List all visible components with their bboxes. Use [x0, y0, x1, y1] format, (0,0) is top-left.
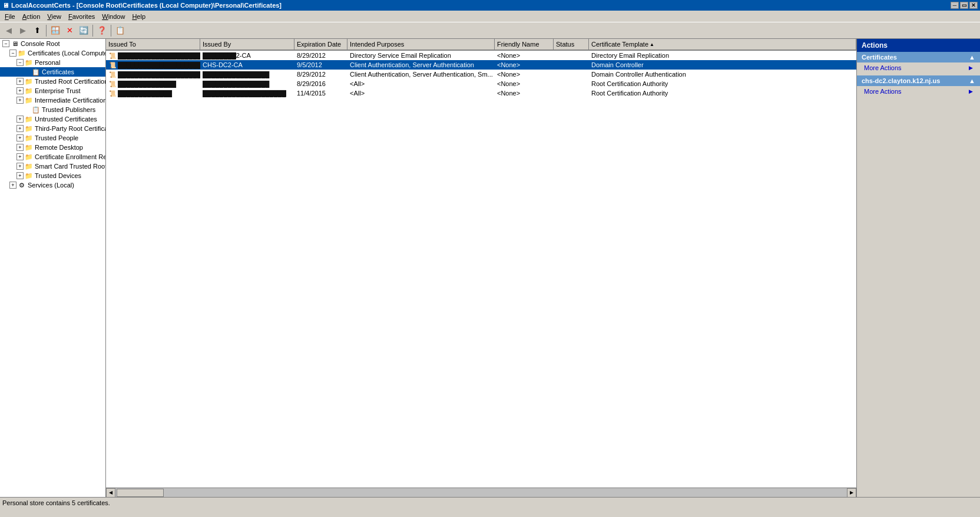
expander-untrusted[interactable]: + — [16, 116, 24, 123]
tree-item-enterprise-trust[interactable]: + 📁 Enterprise Trust — [0, 86, 105, 96]
expander-services[interactable]: + — [9, 182, 16, 189]
action-more-actions-chs[interactable]: More Actions ▶ — [857, 86, 980, 97]
tree-label-trusted-root: Trusted Root Certification A... — [35, 78, 106, 85]
tree-item-untrusted[interactable]: + 📁 Untrusted Certificates — [0, 114, 105, 124]
certificates-icon: 📋 — [31, 67, 41, 77]
app-close-button[interactable]: ✕ — [969, 2, 978, 9]
list-content: 📜 ████████████████████ ████████2-CA 8/29… — [106, 51, 856, 488]
hscroll-right-button[interactable]: ▶ — [847, 488, 856, 498]
tree-label-trusted-people: Trusted People — [35, 134, 78, 141]
actions-panel: Actions Certificates ▲ More Actions ▶ ch… — [856, 39, 980, 497]
expander-intermediate[interactable]: + — [16, 97, 24, 104]
menu-file[interactable]: File — [1, 12, 19, 21]
expander-console-root[interactable]: − — [2, 40, 9, 47]
toolbar: ◀ ▶ ⬆ 🪟 ✕ 🔄 ❓ 📋 — [0, 22, 980, 39]
cell-status-2 — [554, 64, 589, 65]
help-button[interactable]: ❓ — [95, 24, 108, 37]
refresh-button[interactable]: 🔄 — [77, 24, 90, 37]
services-local-icon: ⚙ — [17, 180, 27, 190]
tree-item-certificates[interactable]: 📋 Certificates — [0, 67, 105, 77]
actions-section-certs-label: Certificates — [862, 54, 897, 61]
expander-trusted-devices[interactable]: + — [16, 172, 24, 179]
tree-item-trusted-root[interactable]: + 📁 Trusted Root Certification A... — [0, 77, 105, 86]
hscroll-thumb[interactable] — [117, 489, 164, 497]
tree-item-third-party[interactable]: + 📁 Third-Party Root Certificat... — [0, 124, 105, 133]
tree-item-services-local[interactable]: + ⚙ Services (Local) — [0, 180, 105, 190]
cell-friendly-5: <None> — [495, 89, 554, 97]
action-more-actions-chs-label: More Actions — [864, 88, 902, 95]
expander-third-party[interactable]: + — [16, 125, 24, 132]
tree-item-remote-desktop[interactable]: + 📁 Remote Desktop — [0, 143, 105, 152]
menu-help[interactable]: Help — [128, 12, 149, 21]
console-root-icon: 🖥 — [10, 39, 19, 48]
tree-label-trusted-publishers: Trusted Publishers — [42, 106, 95, 113]
actions-section-certificates[interactable]: Certificates ▲ — [857, 52, 980, 62]
forward-button[interactable]: ▶ — [16, 24, 29, 37]
window-title: LocalAccountCerts - [Console Root\Certif… — [11, 2, 282, 9]
tree-item-trusted-publishers[interactable]: 📋 Trusted Publishers — [0, 105, 105, 114]
col-issued-to-label: Issued To — [108, 41, 136, 48]
table-row[interactable]: 📜 ████████████████████ ████████2-CA 8/29… — [106, 51, 856, 60]
action-more-actions-certs[interactable]: More Actions ▶ — [857, 62, 980, 73]
cell-issued-by-4: ████████████████ — [200, 80, 294, 88]
expander-trusted-people[interactable]: + — [16, 134, 24, 141]
col-header-purposes[interactable]: Intended Purposes — [347, 39, 495, 50]
cell-status-1 — [554, 55, 589, 56]
actions-section-chs-label: chs-dc2.clayton.k12.nj.us — [862, 77, 940, 84]
col-header-cert-template[interactable]: Certificate Template ▲ — [589, 39, 856, 50]
tree-item-trusted-devices[interactable]: + 📁 Trusted Devices — [0, 171, 105, 180]
tree-item-intermediate[interactable]: + 📁 Intermediate Certification A... — [0, 96, 105, 105]
actions-section-chs-dc2[interactable]: chs-dc2.clayton.k12.nj.us ▲ — [857, 75, 980, 86]
properties-button[interactable]: 📋 — [114, 24, 127, 37]
cell-issued-to-3: 📜 ████████████████████ — [106, 70, 200, 79]
tree-item-certs-local[interactable]: − 📁 Certificates (Local Computer) — [0, 48, 105, 58]
table-row[interactable]: 📜 ████████████████████ ████████████████ … — [106, 70, 856, 79]
tree-label-intermediate: Intermediate Certification A... — [35, 97, 106, 104]
col-issued-by-label: Issued By — [203, 41, 231, 48]
tree-item-cert-enrollment[interactable]: + 📁 Certificate Enrollment Requ... — [0, 152, 105, 162]
cell-status-3 — [554, 74, 589, 75]
tree-item-personal[interactable]: − 📁 Personal — [0, 58, 105, 67]
hscroll-track[interactable] — [115, 488, 847, 498]
tree-label-certs-local: Certificates (Local Computer) — [28, 50, 106, 57]
expander-trusted-root[interactable]: + — [16, 78, 24, 85]
col-header-friendly[interactable]: Friendly Name — [495, 39, 554, 50]
expander-personal[interactable]: − — [16, 59, 24, 66]
table-row[interactable]: 📜 █████████████████████████ CHS-DC2-CA 9… — [106, 60, 856, 70]
hscroll-left-button[interactable]: ◀ — [106, 488, 115, 498]
expander-smart-card[interactable]: + — [16, 163, 24, 170]
table-row[interactable]: 📜 ██████████████ ████████████████ 8/29/2… — [106, 79, 856, 88]
col-header-issued-by[interactable]: Issued By — [200, 39, 294, 50]
menu-action[interactable]: Action — [19, 12, 44, 21]
cell-template-1: Directory Email Replication — [589, 51, 856, 60]
actions-section-chs-arrow: ▲ — [969, 77, 975, 84]
content-panel: Issued To Issued By Expiration Date Inte… — [106, 39, 856, 497]
show-hide-button[interactable]: 🪟 — [49, 24, 62, 37]
col-header-issued-to[interactable]: Issued To — [106, 39, 200, 50]
tree-label-cert-enrollment: Certificate Enrollment Requ... — [35, 153, 106, 160]
col-header-status[interactable]: Status — [554, 39, 589, 50]
tree-item-console-root[interactable]: − 🖥 Console Root — [0, 39, 105, 48]
untrusted-icon: 📁 — [24, 114, 34, 124]
menu-favorites[interactable]: Favorites — [65, 12, 98, 21]
back-button[interactable]: ◀ — [2, 24, 15, 37]
stop-button[interactable]: ✕ — [63, 24, 76, 37]
cert-icon-3: 📜 — [108, 70, 117, 78]
cell-expiration-2: 9/5/2012 — [294, 61, 347, 69]
expander-enterprise[interactable]: + — [16, 87, 24, 94]
tree-item-trusted-people[interactable]: + 📁 Trusted People — [0, 133, 105, 143]
expander-certs-local[interactable]: − — [9, 50, 16, 57]
table-row[interactable]: 📜 █████████████ ████████████████████ 11/… — [106, 88, 856, 98]
cell-template-3: Domain Controller Authentication — [589, 70, 856, 78]
personal-icon: 📁 — [24, 58, 34, 67]
menu-window[interactable]: Window — [98, 12, 128, 21]
col-header-expiration[interactable]: Expiration Date — [294, 39, 347, 50]
tree-item-smart-card[interactable]: + 📁 Smart Card Trusted Roots — [0, 162, 105, 171]
app-minimize-button[interactable]: ─ — [951, 2, 959, 9]
app-restore-button[interactable]: ▭ — [960, 2, 968, 9]
up-button[interactable]: ⬆ — [31, 24, 44, 37]
expander-remote-desktop[interactable]: + — [16, 144, 24, 151]
trusted-people-icon: 📁 — [24, 133, 34, 143]
menu-view[interactable]: View — [44, 12, 65, 21]
expander-cert-enrollment[interactable]: + — [16, 153, 24, 160]
